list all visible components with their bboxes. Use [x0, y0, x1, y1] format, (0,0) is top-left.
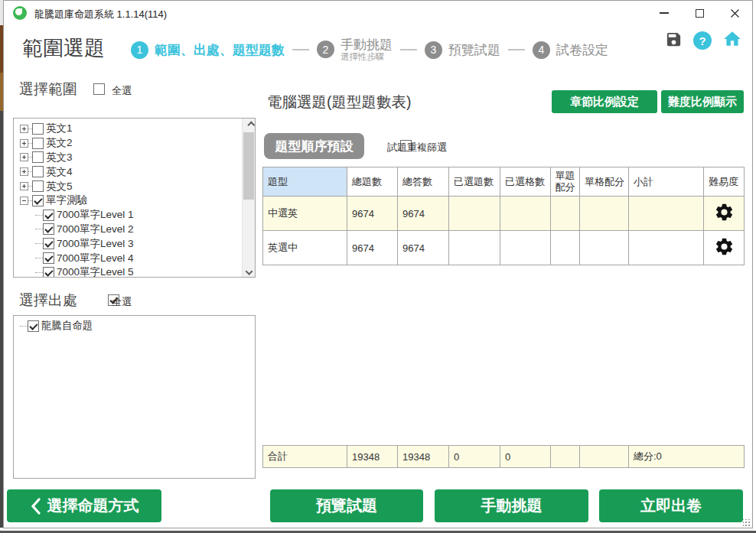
tree-item-label[interactable]: 7000單字Level 3 — [57, 237, 134, 251]
range-select-all-checkbox[interactable] — [93, 83, 105, 95]
tree-item: 7000單字Level 1 — [20, 208, 255, 223]
tree-connector — [35, 243, 43, 244]
resize-grip[interactable] — [743, 519, 751, 527]
tree-checkbox[interactable] — [32, 151, 44, 163]
expand-icon[interactable] — [20, 125, 28, 133]
collapse-icon[interactable] — [20, 197, 28, 205]
tree-checkbox[interactable] — [43, 252, 54, 264]
cell-per-cell-score — [580, 197, 629, 231]
source-tree-panel: 龍騰自命題 — [13, 315, 256, 479]
tree-item-label[interactable]: 單字測驗 — [46, 193, 87, 207]
tree-item-label[interactable]: 7000單字Level 5 — [57, 265, 134, 278]
tree-checkbox[interactable] — [43, 267, 54, 278]
question-type-order-preset-button[interactable]: 題型順序預設 — [264, 133, 364, 159]
app-window: 龍騰題庫命題系統 1.1.14(114) 範圍選題 1 範圍、出處、題型題數 2… — [3, 0, 753, 528]
maximize-button[interactable] — [682, 1, 717, 25]
expand-icon[interactable] — [20, 139, 28, 148]
cell-total-questions: 9674 — [347, 197, 398, 231]
step-label: 範圍、出處、題型題數 — [155, 41, 285, 59]
help-button[interactable]: ? — [693, 31, 712, 50]
preview-questions-button[interactable]: 預覽試題 — [270, 489, 423, 522]
expand-icon[interactable] — [20, 153, 28, 161]
back-button[interactable]: 選擇命題方式 — [7, 489, 161, 522]
tree-item-label[interactable]: 英文5 — [46, 180, 73, 193]
tree-checkbox[interactable] — [32, 123, 44, 135]
tree-item: 英文5 — [20, 179, 255, 193]
source-tree: 龍騰自命題 — [14, 316, 255, 333]
column-header-total-questions: 總題數 — [347, 167, 398, 197]
home-button[interactable] — [722, 29, 742, 52]
difficulty-gear-button[interactable] — [714, 213, 735, 225]
step-number: 3 — [425, 41, 442, 59]
minimize-button[interactable] — [647, 1, 682, 25]
generate-paper-button[interactable]: 立即出卷 — [599, 489, 743, 522]
tree-item-label[interactable]: 英文2 — [46, 136, 73, 150]
chevron-left-icon — [30, 498, 41, 515]
tree-item: 英文4 — [20, 164, 255, 179]
tree-checkbox[interactable] — [43, 238, 54, 249]
cell-subtotal — [629, 231, 704, 265]
tree-item-label[interactable]: 英文4 — [46, 165, 73, 179]
cell-selected-cells — [500, 231, 551, 265]
cell-per-question-score — [551, 197, 580, 231]
chapter-ratio-button[interactable]: 章節比例設定 — [552, 90, 657, 113]
tree-checkbox[interactable] — [32, 195, 44, 206]
total-label: 合計 — [263, 446, 347, 468]
tree-item-label[interactable]: 7000單字Level 4 — [57, 252, 134, 265]
difficulty-gear-button[interactable] — [714, 248, 735, 259]
tree-item-label[interactable]: 英文3 — [46, 151, 73, 164]
tree-item-label[interactable]: 龍騰自命題 — [41, 319, 93, 333]
cell-type: 英選中 — [263, 231, 347, 265]
tree-item-label[interactable]: 英文1 — [46, 122, 73, 135]
step-1-range[interactable]: 1 範圍、出處、題型題數 — [131, 41, 285, 59]
tree-connector — [35, 258, 43, 258]
manual-pick-button[interactable]: 手動挑題 — [435, 489, 588, 522]
step-number: 1 — [131, 41, 148, 59]
total-per-cell-score — [580, 446, 629, 468]
back-button-label: 選擇命題方式 — [47, 496, 139, 516]
tree-checkbox[interactable] — [28, 320, 39, 332]
scroll-up-button[interactable] — [243, 119, 255, 132]
step-connector — [400, 49, 417, 50]
save-icon — [665, 31, 683, 48]
column-header-selected-cells: 已選格數 — [500, 167, 551, 197]
step-number: 2 — [317, 41, 334, 58]
tree-item: 英文2 — [20, 136, 255, 151]
scrollbar[interactable] — [242, 119, 255, 277]
scroll-down-button[interactable] — [243, 264, 255, 277]
tree-connector — [35, 272, 43, 273]
save-button[interactable] — [665, 31, 683, 51]
total-per-question-score — [551, 446, 580, 468]
tree-checkbox[interactable] — [32, 138, 44, 149]
close-button[interactable] — [717, 1, 752, 25]
tree-checkbox[interactable] — [32, 166, 44, 177]
tree-item: 7000單字Level 5 — [20, 265, 255, 278]
minimize-icon — [660, 12, 669, 14]
cell-total-answers: 9674 — [398, 231, 449, 265]
cell-subtotal — [629, 197, 704, 231]
step-connector — [292, 49, 309, 50]
step-2-manual-pick[interactable]: 2 手動挑題 選擇性步驟 — [317, 37, 393, 63]
column-header-total-answers: 總答數 — [398, 167, 449, 197]
tree-connector — [35, 229, 43, 229]
tree-checkbox[interactable] — [43, 223, 54, 235]
expand-icon[interactable] — [20, 182, 28, 190]
step-4-paper-settings[interactable]: 4 試卷設定 — [533, 41, 608, 59]
tree-checkbox[interactable] — [32, 180, 44, 192]
maximize-icon — [696, 9, 704, 18]
total-questions: 19348 — [347, 446, 398, 468]
tree-checkbox[interactable] — [43, 210, 54, 221]
scrollbar-thumb[interactable] — [243, 132, 254, 200]
tree-item: 7000單字Level 3 — [20, 236, 255, 251]
tree-item-label[interactable]: 7000單字Level 2 — [57, 223, 134, 236]
question-type-table: 題型 總題數 總答數 已選題數 已選格數 單題配分 單格配分 小計 難易度 中選… — [262, 167, 745, 265]
step-3-preview[interactable]: 3 預覽試題 — [425, 41, 500, 59]
source-section-title: 選擇出處 — [19, 291, 77, 310]
step-number: 4 — [533, 41, 550, 59]
tree-item-label[interactable]: 7000單字Level 1 — [57, 208, 134, 222]
expand-icon[interactable] — [20, 167, 28, 176]
difficulty-ratio-button[interactable]: 難度比例顯示 — [661, 90, 744, 113]
cell-selected-questions — [449, 197, 500, 231]
tree-item: 英文3 — [20, 151, 255, 165]
column-header-selected-questions: 已選題數 — [449, 167, 500, 197]
